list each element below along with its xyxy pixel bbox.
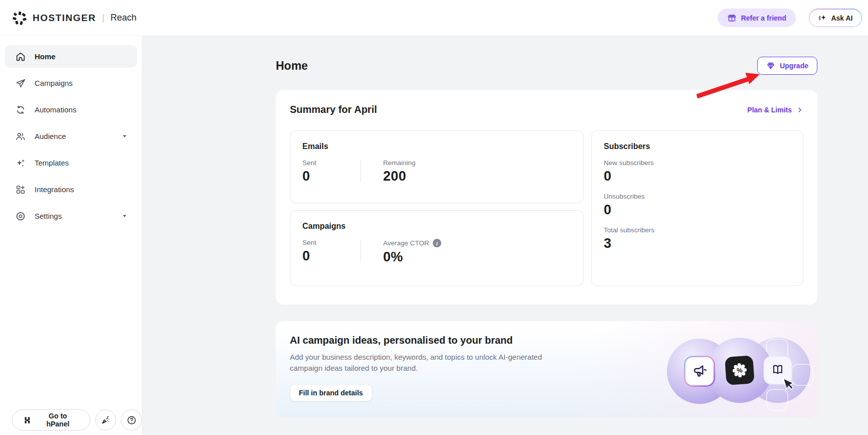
subscribers-stat-card: Subscribers New subscribers 0 Unsubscrib… xyxy=(591,130,803,286)
hpanel-h-icon xyxy=(23,416,32,424)
unsubscribes-value: 0 xyxy=(604,202,791,218)
unsubscribes-label: Unsubscribes xyxy=(604,193,791,200)
cursor-icon xyxy=(783,376,795,391)
book-tile xyxy=(764,356,792,384)
home-icon xyxy=(15,51,26,62)
sidebar-item-templates[interactable]: Templates xyxy=(5,152,137,174)
total-subscribers-label: Total subscribers xyxy=(604,226,791,234)
topbar: HOSTINGER | Reach Refer a friend xyxy=(0,0,868,36)
deco-circle-left xyxy=(667,339,732,404)
sidebar-item-settings[interactable]: Settings xyxy=(5,205,137,227)
brand-name: HOSTINGER xyxy=(33,13,96,24)
sidebar-item-automations[interactable]: Automations xyxy=(5,98,137,121)
sidebar-item-label: Audience xyxy=(35,132,113,140)
ai-sparkle-icon xyxy=(818,14,827,23)
campaigns-stat-card: Campaigns Sent 0 Average CTOR i 0 xyxy=(290,210,584,286)
sidebar-item-audience[interactable]: Audience xyxy=(5,125,137,148)
ask-ai-button[interactable]: Ask AI xyxy=(809,10,861,27)
gift-icon xyxy=(727,13,737,23)
summary-title: Summary for April xyxy=(290,104,377,115)
brand-product: Reach xyxy=(110,13,136,23)
ai-campaign-ideas-card: AI campaign ideas, personalised to your … xyxy=(276,321,817,417)
brand-separator: | xyxy=(102,13,104,23)
campaigns-sent-label: Sent xyxy=(302,239,361,246)
sidebar-nav: Home Campaigns Automations xyxy=(5,45,137,227)
ask-ai-button-border: Ask AI xyxy=(809,9,862,27)
sidebar: Home Campaigns Automations xyxy=(0,36,142,435)
emails-sent-value: 0 xyxy=(302,169,361,184)
deco-circle-middle xyxy=(707,338,772,403)
megaphone-icon xyxy=(695,366,706,376)
chevron-down-icon xyxy=(121,133,128,139)
upgrade-button[interactable]: Upgrade xyxy=(757,57,817,75)
topbar-actions: Refer a friend Ask AI xyxy=(718,9,862,27)
average-ctor-label: Average CTOR xyxy=(383,239,429,247)
summary-card: Summary for April Plan & Limits Emails S… xyxy=(276,90,817,305)
sidebar-item-label: Home xyxy=(35,52,128,61)
percent-seal-icon xyxy=(732,363,747,378)
upgrade-label: Upgrade xyxy=(780,62,808,70)
plan-and-limits-label: Plan & Limits xyxy=(747,106,792,114)
sidebar-item-label: Settings xyxy=(35,212,113,220)
sidebar-item-campaigns[interactable]: Campaigns xyxy=(5,72,137,94)
sidebar-item-home[interactable]: Home xyxy=(5,45,137,68)
new-subscribers-value: 0 xyxy=(604,169,791,184)
emails-remaining-value: 200 xyxy=(383,169,416,184)
sidebar-item-label: Campaigns xyxy=(35,79,128,87)
new-subscribers-label: New subscribers xyxy=(604,159,791,167)
sidebar-item-label: Automations xyxy=(35,105,128,114)
fill-in-brand-details-button[interactable]: Fill in brand details xyxy=(290,384,372,401)
page-title: Home xyxy=(276,59,308,73)
page-header: Home Upgrade xyxy=(276,57,817,75)
campaigns-title: Campaigns xyxy=(302,222,571,231)
people-icon xyxy=(15,131,26,142)
go-to-hpanel-label: Go to hPanel xyxy=(37,412,79,428)
plan-and-limits-link[interactable]: Plan & Limits xyxy=(747,106,803,114)
integrations-grid-icon xyxy=(15,184,26,195)
percent-tile: % xyxy=(725,355,755,385)
ai-card-title: AI campaign ideas, personalised to your … xyxy=(290,335,817,346)
emails-title: Emails xyxy=(302,142,571,151)
sidebar-item-integrations[interactable]: Integrations xyxy=(5,178,137,201)
sparkles-icon xyxy=(15,158,26,169)
divider xyxy=(361,240,361,262)
go-to-hpanel-button[interactable]: Go to hPanel xyxy=(12,409,90,430)
sync-arrows-icon xyxy=(15,104,26,115)
brand: HOSTINGER | Reach xyxy=(12,11,136,26)
info-icon[interactable]: i xyxy=(433,239,441,247)
emails-stat-card: Emails Sent 0 Remaining 200 xyxy=(290,130,584,203)
whats-new-button[interactable] xyxy=(95,409,116,430)
hostinger-logo-icon xyxy=(12,11,27,26)
divider xyxy=(361,160,361,182)
megaphone-tile xyxy=(685,357,715,386)
emails-sent-label: Sent xyxy=(302,159,361,167)
main-area: Home Upgrade Summary for April Plan & Li… xyxy=(142,36,868,435)
average-ctor-value: 0% xyxy=(383,249,441,265)
gem-icon xyxy=(766,61,775,70)
help-button[interactable] xyxy=(121,409,142,430)
subscribers-title: Subscribers xyxy=(604,142,791,151)
sidebar-item-label: Templates xyxy=(35,159,128,167)
gear-icon xyxy=(15,211,26,222)
sidebar-footer: Go to hPanel xyxy=(12,409,142,430)
svg-text:%: % xyxy=(737,366,743,374)
total-subscribers-value: 3 xyxy=(604,236,791,251)
refer-a-friend-label: Refer a friend xyxy=(741,14,786,22)
chevron-right-icon xyxy=(796,106,803,113)
emails-remaining-label: Remaining xyxy=(383,159,416,167)
chevron-down-icon xyxy=(121,213,128,219)
campaigns-sent-value: 0 xyxy=(302,248,361,264)
party-popper-icon xyxy=(101,415,111,425)
refer-a-friend-button[interactable]: Refer a friend xyxy=(718,9,796,27)
deco-circle-right xyxy=(745,338,810,403)
open-book-icon xyxy=(774,366,782,373)
sidebar-item-label: Integrations xyxy=(35,185,128,194)
ask-ai-label: Ask AI xyxy=(831,14,852,22)
question-mark-icon xyxy=(126,415,137,425)
ai-card-description: Add your business description, keywords,… xyxy=(290,352,573,374)
paper-plane-icon xyxy=(15,78,26,89)
